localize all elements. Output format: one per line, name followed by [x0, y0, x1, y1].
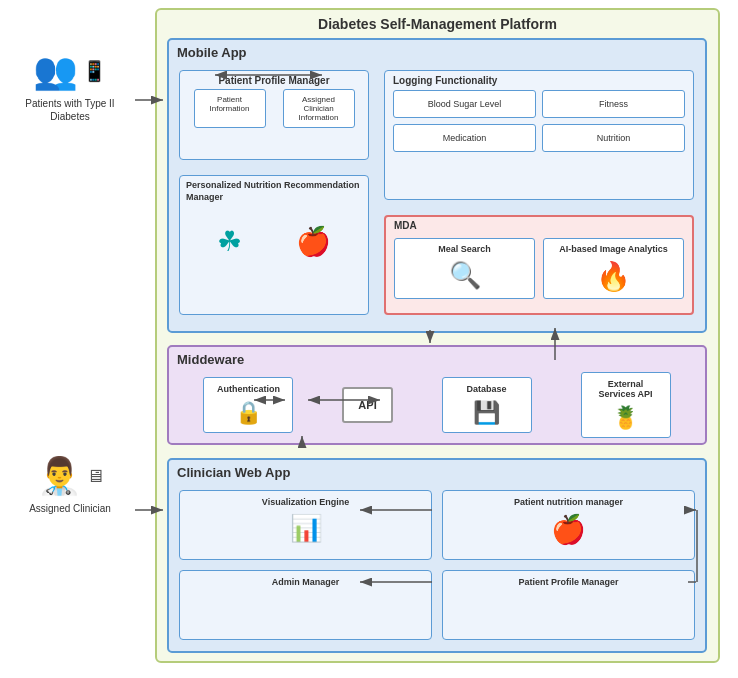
ai-analytics-item: AI-based Image Analytics 🔥 [543, 238, 684, 299]
fitness-item: Fitness [542, 90, 685, 118]
assigned-clinician-box: Assigned Clinician Information [283, 89, 355, 128]
visualization-engine-label: Visualization Engine [186, 497, 425, 507]
info-boxes-row: Patient Information Assigned Clinician I… [180, 89, 368, 128]
clinician-web-app-title: Clinician Web App [169, 460, 705, 485]
admin-manager-item: Admin Manager [179, 570, 432, 640]
actor-patients: 👥 📱 Patients with Type II Diabetes [5, 50, 135, 123]
clinician-web-app-box: Clinician Web App Visualization Engine 📊… [167, 458, 707, 653]
nutrition-rec-box: Personalized Nutrition Recommendation Ma… [179, 175, 369, 315]
clinician-grid: Visualization Engine 📊 Patient nutrition… [169, 485, 705, 645]
database-icon: 💾 [473, 400, 500, 425]
meal-search-label: Meal Search [399, 244, 530, 254]
authentication-label: Authentication [214, 384, 282, 394]
patient-profile-manager-box: Patient Profile Manager Patient Informat… [179, 70, 369, 160]
admin-manager-label: Admin Manager [186, 577, 425, 587]
main-container: Diabetes Self-Management Platform Mobile… [0, 0, 738, 678]
database-item: Database 💾 [442, 377, 532, 433]
teal-person-icon: ☘ [217, 225, 242, 258]
nutrition-rec-title: Personalized Nutrition Recommendation Ma… [180, 176, 368, 207]
patient-nutrition-manager-item: Patient nutrition manager 🍎 [442, 490, 695, 560]
clinician-icon: 👨‍⚕️ [37, 455, 82, 497]
patient-profile-title: Patient Profile Manager [180, 71, 368, 89]
actor-clinician: 👨‍⚕️ 🖥 Assigned Clinician [5, 455, 135, 515]
search-magnifier-icon: 🔍 [449, 260, 481, 290]
lock-icon: 🔒 [235, 400, 262, 425]
middleware-items: Authentication 🔒 API Database 💾 External… [169, 372, 705, 438]
middleware-box: Middeware Authentication 🔒 API Database … [167, 345, 707, 445]
ai-analytics-label: AI-based Image Analytics [548, 244, 679, 254]
chart-icon: 📊 [290, 513, 322, 543]
api-box: API [342, 387, 392, 423]
authentication-item: Authentication 🔒 [203, 377, 293, 433]
patients-group-icon: 👥 [33, 50, 78, 92]
nutrition-item: Nutrition [542, 124, 685, 152]
platform-title: Diabetes Self-Management Platform [157, 10, 718, 36]
external-db-icon: 🍍 [612, 405, 639, 430]
phone-icon: 📱 [82, 59, 107, 83]
fire-icon: 🔥 [596, 261, 631, 292]
clinician-label: Assigned Clinician [5, 502, 135, 515]
logging-grid: Blood Sugar Level Fitness Medication Nut… [385, 90, 693, 158]
medication-item: Medication [393, 124, 536, 152]
mda-title: MDA [386, 217, 692, 234]
patient-info-box: Patient Information [194, 89, 266, 128]
mobile-app-box: Mobile App Patient Profile Manager Patie… [167, 38, 707, 333]
mda-inner: Meal Search 🔍 AI-based Image Analytics 🔥 [386, 234, 692, 303]
database-label: Database [453, 384, 521, 394]
nutrition-icons: ☘ 🍎 [180, 217, 368, 266]
apple-icon: 🍎 [296, 225, 331, 258]
patient-profile-manager-item: Patient Profile Manager [442, 570, 695, 640]
visualization-engine-item: Visualization Engine 📊 [179, 490, 432, 560]
blood-sugar-item: Blood Sugar Level [393, 90, 536, 118]
api-label: API [358, 399, 376, 411]
mobile-app-title: Mobile App [169, 40, 705, 65]
patient-nutrition-manager-label: Patient nutrition manager [449, 497, 688, 507]
mda-box: MDA Meal Search 🔍 AI-based Image Analyti… [384, 215, 694, 315]
logging-box: Logging Functionality Blood Sugar Level … [384, 70, 694, 200]
patients-label: Patients with Type II Diabetes [5, 97, 135, 123]
apple-icon-2: 🍎 [551, 514, 586, 545]
logging-title: Logging Functionality [385, 71, 693, 90]
middleware-title: Middeware [169, 347, 705, 372]
patient-profile-manager-label: Patient Profile Manager [449, 577, 688, 587]
meal-search-item: Meal Search 🔍 [394, 238, 535, 299]
monitor-icon: 🖥 [86, 466, 104, 487]
external-services-item: External Services API 🍍 [581, 372, 671, 438]
external-services-label: External Services API [592, 379, 660, 399]
platform-box: Diabetes Self-Management Platform Mobile… [155, 8, 720, 663]
